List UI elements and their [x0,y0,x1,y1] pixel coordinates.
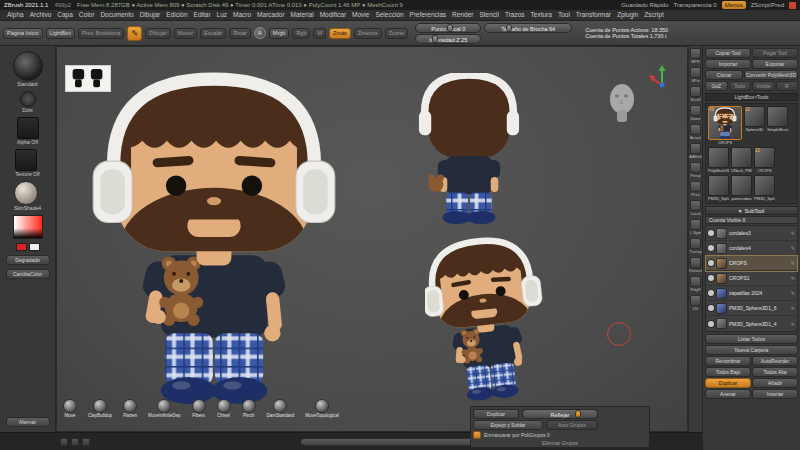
rgb-button[interactable]: Rgb [292,28,310,39]
menu-item[interactable]: Zscript [641,10,667,20]
list-all-button[interactable]: Listar Todos [705,334,798,344]
all-low-button[interactable]: Todos Bajo [705,367,751,377]
dock-icon[interactable] [71,438,79,446]
brush-preset[interactable]: Chisel [217,399,231,419]
active-tool[interactable]: 49 CROPS [708,106,742,145]
projection-master-button[interactable]: Prev. Booksona [78,28,124,39]
subtool-row[interactable]: zapatillas 2024✎ [706,286,797,301]
recent-tool[interactable]: 22CROPS [754,147,775,173]
right-shelf-button[interactable]: Local [690,200,701,216]
clone-button[interactable]: Clonar [705,70,743,80]
recent-tool[interactable]: 22Sphere3D [744,106,765,145]
right-shelf-button[interactable]: SPix [690,67,701,83]
material-selector[interactable]: SkinShade4 [14,181,41,211]
subtool-row[interactable]: PM3D_Sphere3D1_6✎ [706,301,797,316]
recent-tool[interactable]: SimpleBrush [767,106,788,145]
menu-item[interactable]: Tool [555,10,573,20]
mirror-and-weld-button[interactable]: Espejo y Soldar [473,420,543,430]
menu-item[interactable]: Zplugin [614,10,641,20]
right-shelf-button[interactable]: PolyF [690,276,701,292]
lightbox-tools-strip[interactable]: LightBox>Tools [705,93,798,101]
brush-preset[interactable]: Move [63,399,77,419]
paint-a-icon[interactable]: A [254,27,266,39]
texture-selector[interactable]: Texture Off [15,149,39,177]
model-three-quarter-view[interactable] [425,237,545,402]
eye-icon[interactable] [708,260,714,266]
m-button[interactable]: M [313,28,326,39]
make-polymesh3d-button[interactable]: Convertir PolyMesh3D [744,70,798,80]
brush-preset[interactable]: Pinch [242,399,256,419]
right-shelf-button[interactable]: Fantasma [689,257,703,273]
stroke-thumbnail[interactable] [20,91,36,107]
gradient-button[interactable]: Degradado [6,255,50,265]
mask-by-polygroups-label[interactable]: Enmascarar por PoliGrupos 0 [484,432,550,438]
document-canvas[interactable]: Move ClayBuildup Flatten MoveInfiniteDep… [56,46,688,432]
append-button[interactable]: Añadir [752,378,798,388]
focal-shift-slider[interactable]: Punto Focal 0 [415,23,481,33]
draw-size-slider[interactable]: Tamaño de Brocha 64 [484,23,572,33]
right-shelf-button[interactable]: UV [690,295,701,311]
texture-thumbnail[interactable] [15,149,37,171]
menu-item[interactable]: Marcador [254,10,287,20]
menu-item[interactable]: Transformar [573,10,614,20]
eye-icon[interactable] [708,275,714,281]
eye-icon[interactable] [708,230,714,236]
mirror-slider[interactable]: Reflejar [522,409,598,419]
right-shelf-button[interactable]: AAHalf [689,143,701,159]
model-back-view[interactable] [417,73,521,226]
tool-thumbnail[interactable] [708,175,729,196]
menu-item[interactable]: Textura [528,10,555,20]
brush-preset[interactable]: ClayBuildup [88,399,112,419]
eye-icon[interactable] [708,305,714,311]
menu-item[interactable]: Selección [372,10,406,20]
menu-item[interactable]: Color [76,10,98,20]
right-shelf-button[interactable]: L.Sym [690,219,701,235]
stroke-selector[interactable]: Dots [20,91,36,113]
draw-mode-button[interactable]: Dibujar [145,28,170,39]
right-shelf-button[interactable]: Transp [689,238,701,254]
subtool-row-selected[interactable]: CROPS✎ [706,256,797,271]
brush-thumbnail[interactable] [13,51,43,81]
rename-button[interactable]: Renombrar [705,356,751,366]
brush-preset[interactable]: MoveTopological [305,399,339,419]
zcut-button[interactable]: Zcorte [385,28,409,39]
tool-thumbnail[interactable] [708,147,729,168]
new-folder-button[interactable]: Nueva Carpeta [705,345,798,355]
goz-visible-button[interactable]: Visible [752,81,775,91]
model-front-view[interactable] [91,71,337,409]
transparency-control[interactable]: Transparencia 0 [674,2,717,8]
tool-thumbnail[interactable] [767,106,788,127]
move-mode-button[interactable]: Mover [174,28,197,39]
alt-button[interactable]: Alternar [6,417,50,427]
alpha-selector[interactable]: Alpha Off [17,117,39,145]
brush-preset[interactable]: Flatten [123,399,137,419]
right-shelf-button[interactable]: Persp [690,162,701,178]
recent-tool[interactable]: PM3D_Sphere2 [708,175,729,201]
eye-icon[interactable] [708,245,714,251]
right-shelf-button[interactable]: Scroll [690,86,701,102]
all-high-button[interactable]: Todos Alta [752,367,798,377]
menu-item[interactable]: Render [449,10,476,20]
menu-item[interactable]: Macro [230,10,254,20]
right-shelf-button[interactable]: Piso [690,181,701,197]
close-icon[interactable] [789,2,796,9]
switch-color-button[interactable]: CambiaColor [6,269,50,279]
auto-groups-button[interactable]: Auto Grupos [546,420,598,430]
menu-item[interactable]: Trazos [502,10,528,20]
menu-item[interactable]: Capa [54,10,76,20]
eye-icon[interactable] [708,321,714,327]
brush-selector[interactable]: Standard [13,51,43,87]
menu-item[interactable]: Movie [349,10,372,20]
main-color-swatch[interactable] [16,243,27,251]
subtool-row[interactable]: cordales3✎ [706,226,797,241]
edit-object-icon[interactable]: ✎ [127,26,142,41]
mask-toggle[interactable] [473,431,481,439]
zsub-button[interactable]: Zmenos [354,28,382,39]
export-button[interactable]: Exportar [752,59,798,69]
mrgb-button[interactable]: Mrgb [269,28,290,39]
lightbox-button[interactable]: LightBox [46,28,75,39]
menu-item[interactable]: Modificar [317,10,349,20]
recent-tool[interactable]: PM3D_Sphere3 [754,175,775,201]
quick-save-button[interactable]: Guardado Rápido [621,2,668,8]
eye-icon[interactable] [708,290,714,296]
